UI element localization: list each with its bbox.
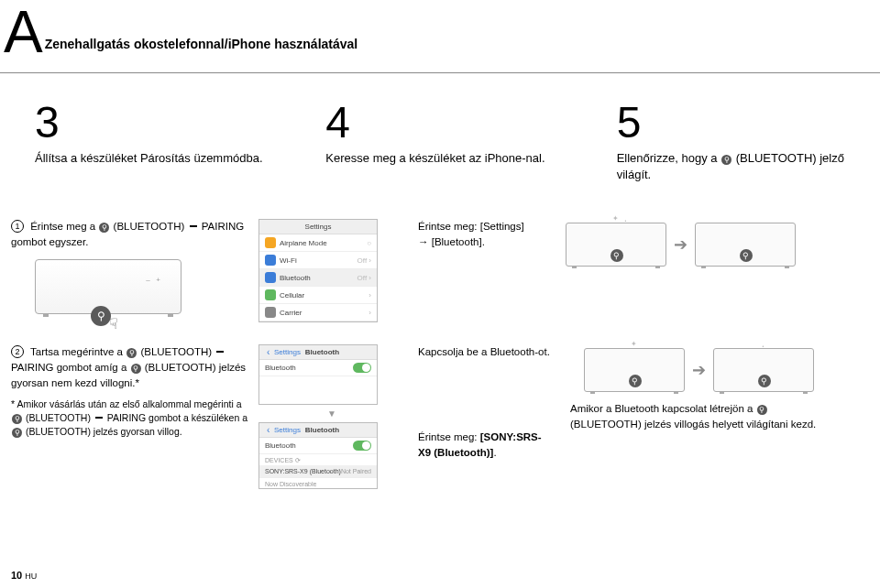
dash-icon [216, 351, 224, 353]
substep-2: 2 Tartsa megérintve a ⚲ (BLUETOOTH) PAIR… [11, 344, 249, 438]
text: Ellenőrizze, hogy a [617, 151, 720, 165]
circled-number: 1 [11, 220, 24, 233]
step-text: Állítsa a készüléket Párosítás üzemmódba… [35, 150, 280, 167]
device-row-sony: SONY:SRS-X9 (Bluetooth) Not Paired [259, 465, 377, 478]
step-5: 5 Ellenőrizze, hogy a ⚲ (BLUETOOTH) jelz… [617, 101, 862, 182]
bluetooth-icon: ⚲ [131, 364, 141, 374]
step-number: 3 [35, 101, 280, 145]
text: (BLUETOOTH) [110, 221, 187, 232]
step-number: 5 [617, 101, 862, 145]
bluetooth-icon: ⚲ [12, 428, 22, 438]
settings-row-wifi: Wi-FiOff › [259, 252, 377, 269]
step-4: 4 Keresse meg a készüléket az iPhone-nal… [325, 101, 570, 182]
section-title: Zenehallgatás okostelefonnal/iPhone hasz… [43, 9, 358, 51]
text: Tartsa megérintve a [30, 346, 126, 357]
instruction-column: Kapcsolja be a Bluetooth-ot. Érintse meg… [414, 344, 552, 460]
bluetooth-icon: ⚲ [610, 249, 623, 262]
dot-icon: • [763, 343, 764, 349]
back-button: Settings [265, 348, 301, 356]
dash-icon [95, 417, 103, 419]
bluetooth-icon [265, 272, 276, 283]
circled-number: 2 [11, 345, 24, 358]
value: Off [358, 256, 368, 265]
arrow-right-icon: ➔ [692, 360, 706, 380]
dot-icon: • [624, 218, 626, 223]
step-text: Keresse meg a készüléket az iPhone-nal. [325, 150, 570, 167]
instruction-text: Érintse meg: Érintse meg: [SONY:SRS-X9 (… [414, 430, 552, 460]
bluetooth-toggle-row: Bluetooth [259, 438, 377, 454]
devices-label: DEVICES ⟳ [259, 454, 377, 465]
label: Wi-Fi [280, 256, 297, 265]
cellular-icon [265, 289, 276, 300]
bluetooth-icon: ⚲ [126, 348, 137, 358]
text: (BLUETOOTH) [138, 346, 214, 357]
instruction-text: Kapcsolja be a Bluetooth-ot. [414, 344, 552, 360]
back-button: Settings [265, 426, 301, 434]
page-lang: HU [25, 572, 37, 581]
settings-row-airplane: Airplane Mode○ [259, 234, 377, 252]
speaker-device-illustration: – + ⚲ ☟ [35, 259, 182, 314]
bluetooth-icon: ⚲ [629, 375, 642, 387]
step-text: Ellenőrizze, hogy a ⚲ (BLUETOOTH) jelző … [617, 150, 862, 182]
phone-column-2: Settings Bluetooth Bluetooth ▼ Settings … [258, 344, 405, 489]
text: * Amikor vásárlás után az első alkalomma… [11, 398, 242, 409]
bluetooth-toggle-row: Bluetooth [259, 360, 377, 376]
section-letter: A [0, 9, 43, 56]
toggle-on-icon [353, 441, 371, 451]
label: Carrier [280, 309, 302, 317]
divider [0, 72, 880, 73]
phone-column: Settings Airplane Mode○ Wi-FiOff › Bluet… [258, 219, 405, 322]
text: (BLUETOOTH) jelzés villogás helyett vilá… [570, 419, 816, 430]
text: (BLUETOOTH) [23, 412, 94, 423]
device-status: Not Paired [341, 468, 371, 474]
toggle-off-icon: ○ [367, 239, 371, 247]
result-text: Amikor a Bluetooth kapcsolat létrejön a … [561, 401, 836, 431]
result-column: ✦ ⚲ ➔ • ⚲ Amikor a Bluetooth kapcsolat l… [561, 344, 836, 431]
device-name: SONY:SRS-X9 (Bluetooth) [265, 468, 341, 474]
speaker-steady-illustration: ⚲ [695, 223, 796, 267]
carrier-icon [265, 307, 276, 318]
wifi-icon [265, 255, 276, 266]
label: Bluetooth [280, 274, 311, 282]
label: Cellular [280, 291, 304, 299]
footnote: * Amikor vásárlás után az első alkalomma… [11, 397, 249, 438]
device-result-column: ✦• ⚲ ➔ ⚲ [543, 219, 818, 267]
bluetooth-icon: ⚲ [740, 249, 753, 262]
step-number: 4 [325, 101, 570, 145]
label: Airplane Mode [280, 239, 327, 247]
settings-row-bluetooth: BluetoothOff › [259, 269, 377, 287]
speaker-flashing-illustration: ✦ ⚲ [584, 348, 685, 392]
label: Bluetooth [265, 364, 296, 372]
bluetooth-icon: ⚲ [757, 405, 767, 415]
iphone-bluetooth-devices-screenshot: Settings Bluetooth Bluetooth DEVICES ⟳ S… [258, 422, 378, 489]
flash-icon: ✦ [612, 214, 619, 223]
flash-icon: ✦ [631, 340, 637, 348]
instruction-text: Érintse meg: [Settings] → [Bluetooth]. [414, 219, 534, 249]
text: PAIRING gombot amíg a [11, 362, 130, 373]
touch-hand-icon: ☟ [109, 313, 118, 334]
text: Érintse meg a [30, 221, 98, 232]
toggle-on-icon [353, 363, 371, 373]
bluetooth-icon: ⚲ [12, 414, 22, 424]
speaker-flashing-illustration: ✦• ⚲ [566, 223, 666, 267]
text: PAIRING gombot a készüléken a [104, 412, 248, 423]
arrow-right-icon: ➔ [674, 234, 688, 255]
settings-row-cellular: Cellular› [259, 287, 377, 304]
iphone-bluetooth-screenshot: Settings Bluetooth Bluetooth [258, 344, 378, 405]
arrow-down-icon: ▼ [258, 405, 405, 422]
bluetooth-icon: ⚲ [91, 306, 111, 326]
bluetooth-icon: ⚲ [758, 375, 771, 387]
dash-icon [190, 225, 197, 227]
page-number: 10 [11, 570, 22, 581]
bluetooth-icon: ⚲ [721, 155, 732, 165]
discoverable-label: Now Discoverable [259, 478, 377, 488]
text: Amikor a Bluetooth kapcsolat létrejön a [570, 403, 756, 414]
step-3: 3 Állítsa a készüléket Párosítás üzemmód… [35, 101, 280, 182]
text: (BLUETOOTH) jelzés gyorsan villog. [23, 426, 182, 437]
airplane-icon [265, 237, 276, 248]
label: Bluetooth [265, 441, 296, 450]
iphone-settings-screenshot: Settings Airplane Mode○ Wi-FiOff › Bluet… [258, 219, 378, 322]
volume-icon: – + [146, 275, 160, 286]
phone-title: Settings [259, 220, 377, 234]
speaker-steady-illustration: • ⚲ [713, 348, 814, 392]
